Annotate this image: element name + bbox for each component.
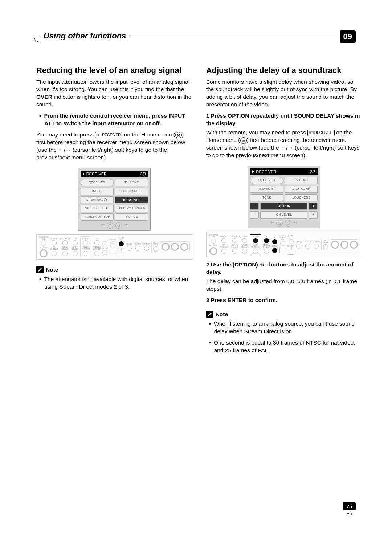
video-input bbox=[160, 241, 190, 252]
osd-btn-digitalnr[interactable]: DIGITAL NR bbox=[285, 186, 318, 193]
page-footer: 75 En bbox=[343, 502, 356, 516]
nav-right-icon: ⇨ bbox=[124, 222, 128, 229]
nav-left-icon: ⇦ bbox=[270, 220, 274, 227]
note-label-text: Note bbox=[46, 266, 58, 273]
pencil-icon bbox=[206, 311, 213, 318]
osd-btn-option-minus[interactable]: – bbox=[250, 203, 259, 210]
video-input bbox=[330, 239, 359, 250]
page-number: 75 bbox=[343, 502, 356, 510]
osd-btn-inputatt[interactable]: INPUT ATT bbox=[115, 196, 148, 204]
nav-return-icon bbox=[115, 222, 122, 229]
nav-home-icon bbox=[276, 220, 283, 227]
osd-btn-input[interactable]: INPUT bbox=[81, 188, 114, 195]
delay-intro: Some monitors have a slight delay when s… bbox=[206, 78, 362, 109]
osd-btn-status[interactable]: STATUS bbox=[115, 213, 148, 221]
osd-page-indicator: 2/3 bbox=[310, 170, 315, 174]
note-heading-left: Note bbox=[36, 266, 192, 273]
step-bullet-input-att: From the remote control receiver menu, p… bbox=[36, 112, 192, 127]
receiver-key-icon: RECEIVER bbox=[95, 132, 122, 138]
pencil-icon bbox=[36, 266, 44, 273]
osd-page-indicator: 3/3 bbox=[140, 172, 146, 176]
osd-titlebar: RECEIVER 3/3 bbox=[81, 171, 148, 177]
front-panel-diagram-left: ACOUSTIC CAL PHONES MIDNIGHT SP SYSTEM L… bbox=[36, 234, 192, 260]
osd-nav-row: ⇦ ⇨ bbox=[81, 222, 148, 229]
step-2: 2 Use the (OPTION) +/– buttons to adjust… bbox=[206, 261, 362, 276]
note-item: One second is equal to 30 frames of NTSC… bbox=[214, 339, 362, 354]
header-curve bbox=[34, 37, 39, 42]
text: 2 Use the (OPTION) +/– buttons to adjust… bbox=[206, 261, 354, 275]
receiver-key-label: RECEIVER bbox=[102, 133, 121, 138]
right-column: Adjusting the delay of a soundtrack Some… bbox=[206, 65, 362, 358]
nav-right-icon: ⇨ bbox=[294, 220, 297, 227]
delay-range: The delay can be adjusted from 0.0–6.0 f… bbox=[206, 278, 362, 293]
right-arrow-icon: → bbox=[65, 147, 71, 153]
osd-btn-videoselect[interactable]: VIDEO SELECT bbox=[81, 205, 114, 212]
section-heading-analog: Reducing the level of an analog signal bbox=[36, 65, 192, 76]
osd-btn-option-plus[interactable]: + bbox=[309, 203, 318, 210]
input-att-panel-label: INPUT ATT bbox=[118, 237, 125, 241]
analog-intro: The input attenuator lowers the input le… bbox=[36, 78, 192, 109]
nav-return-icon bbox=[285, 220, 291, 227]
option-group: OPTION TAPE2 MONITOR bbox=[80, 236, 92, 257]
osd-btn-tvcont[interactable]: TV CONT bbox=[285, 177, 318, 184]
osd-btn-midnight[interactable]: MIDNIGHT bbox=[250, 186, 283, 193]
nav-home-icon bbox=[107, 222, 113, 229]
front-panel-diagram-right: ACOUSTIC CAL PHONES MIDNIGHT SP SYSTEM L… bbox=[206, 232, 362, 257]
analog-instruction: You may need to press RECEIVER on the Ho… bbox=[36, 131, 192, 162]
home-icon bbox=[175, 132, 182, 138]
receiver-key-label: RECEIVER bbox=[314, 130, 333, 135]
note-label-text: Note bbox=[216, 311, 228, 318]
osd-btn-chlevel-plus[interactable]: + bbox=[309, 211, 318, 219]
text: indicator is lights often, or you can he… bbox=[36, 94, 191, 107]
play-icon bbox=[83, 172, 85, 175]
osd-btn-dimmer[interactable]: DISPLAY DIMMER bbox=[115, 205, 148, 212]
svg-rect-1 bbox=[98, 134, 99, 135]
osd-btn-receiver[interactable]: RECEIVER bbox=[250, 177, 283, 184]
nav-left-icon: ⇦ bbox=[101, 222, 105, 229]
option-group-highlight: OPTION TAPE2 MONITOR bbox=[250, 234, 261, 255]
over-indicator-label: OVER bbox=[36, 94, 52, 100]
osd-btn-tape2[interactable]: TAPE2 MONITOR bbox=[81, 213, 114, 221]
osd-title-text: RECEIVER bbox=[86, 172, 107, 176]
chapter-number-badge: 09 bbox=[340, 30, 356, 43]
note-list-left: The attenuator isn't available with digi… bbox=[36, 276, 192, 291]
receiver-key-icon: RECEIVER bbox=[307, 130, 335, 136]
section-heading-delay: Adjusting the delay of a soundtrack bbox=[206, 65, 362, 76]
osd-btn-chlevel[interactable]: CH LEVEL bbox=[260, 211, 307, 219]
text: 1 Press OPTION repeatedly until SOUND DE… bbox=[206, 113, 360, 126]
osd-receiver-2-3: RECEIVER 2/3 RECEIVER TV CONT MIDNIGHT D… bbox=[248, 166, 320, 228]
left-arrow-icon: ← bbox=[281, 144, 286, 151]
osd-btn-sbch[interactable]: SB CH MODE bbox=[115, 188, 148, 195]
chapter-title: Using other functions bbox=[41, 31, 128, 41]
text: From the remote control receiver menu, p… bbox=[44, 113, 185, 126]
note-heading-right: Note bbox=[206, 311, 362, 318]
osd-btn-chlevel-minus[interactable]: – bbox=[250, 211, 259, 219]
page-language: En bbox=[343, 511, 356, 516]
step-3: 3 Press ENTER to confirm. bbox=[206, 297, 362, 304]
osd-button-grid: RECEIVER TV CONT INPUT SB CH MODE SPEAKE… bbox=[81, 179, 148, 221]
osd-title-text: RECEIVER bbox=[256, 170, 276, 174]
osd-btn-tone[interactable]: TONE bbox=[250, 194, 283, 201]
step-1: 1 Press OPTION repeatedly until SOUND DE… bbox=[206, 112, 362, 127]
osd-btn-receiver[interactable]: RECEIVER bbox=[81, 179, 114, 186]
left-arrow-icon: ← bbox=[58, 147, 64, 153]
option-panel-label: OPTION bbox=[252, 236, 259, 237]
play-icon bbox=[252, 170, 254, 173]
osd-receiver-3-3: RECEIVER 3/3 RECEIVER TV CONT INPUT SB C… bbox=[78, 168, 151, 231]
osd-btn-option[interactable]: OPTION bbox=[260, 203, 307, 210]
chapter-header: Using other functions 09 bbox=[36, 32, 356, 44]
osd-nav-row: ⇦ ⇨ bbox=[250, 220, 318, 227]
left-column: Reducing the level of an analog signal T… bbox=[36, 65, 192, 358]
text: You may need to press bbox=[36, 131, 95, 138]
osd-titlebar: RECEIVER 2/3 bbox=[250, 168, 318, 175]
text: The input attenuator lowers the input le… bbox=[36, 79, 189, 93]
osd-button-grid: RECEIVER TV CONT MIDNIGHT DIGITAL NR TON… bbox=[250, 177, 318, 219]
osd-btn-loudness[interactable]: LOUDNESS bbox=[285, 194, 318, 201]
note-item: The attenuator isn't available with digi… bbox=[44, 276, 192, 291]
text: With the remote, you may need to press bbox=[206, 129, 307, 135]
osd-btn-tvcont[interactable]: TV CONT bbox=[115, 179, 148, 186]
osd-btn-speakerab[interactable]: SPEAKER A/B bbox=[81, 196, 114, 204]
note-list-right: When listening to an analog source, you … bbox=[206, 320, 362, 354]
delay-instruction: With the remote, you may need to press R… bbox=[206, 129, 362, 159]
text: on the Home menu ( bbox=[124, 131, 175, 138]
